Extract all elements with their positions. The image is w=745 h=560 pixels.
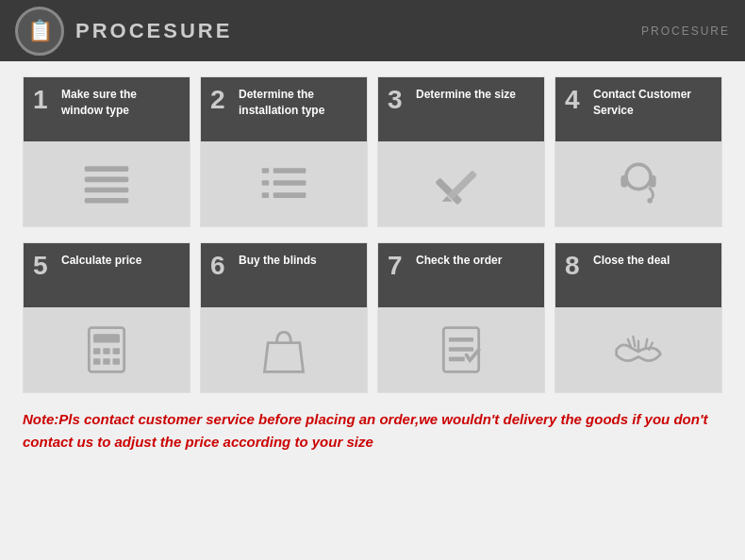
step-number-3: 3 xyxy=(388,87,408,113)
svg-rect-0 xyxy=(85,166,129,172)
step-icon-area-7 xyxy=(378,307,544,392)
steps-row-1: 1 Make sure the window type 2 Determine … xyxy=(23,76,722,227)
step-header-8: 8 Close the deal xyxy=(555,243,721,307)
svg-rect-14 xyxy=(621,175,627,188)
step-icon-area-1 xyxy=(24,141,190,226)
svg-rect-19 xyxy=(93,348,100,354)
step-header-6: 6 Buy the blinds xyxy=(201,243,367,307)
step-header-1: 1 Make sure the window type xyxy=(24,77,190,141)
step-header-7: 7 Check the order xyxy=(378,243,544,307)
svg-rect-1 xyxy=(85,177,129,183)
svg-rect-6 xyxy=(262,180,269,186)
step-icon-area-3 xyxy=(378,141,544,226)
steps-row-2: 5 Calculate price 6 Buy th xyxy=(23,242,722,393)
step-card-2: 2 Determine the installation type xyxy=(200,76,368,227)
svg-rect-24 xyxy=(113,358,120,365)
svg-rect-12 xyxy=(447,170,477,200)
svg-rect-20 xyxy=(103,348,109,354)
svg-rect-7 xyxy=(273,180,306,186)
logo-circle: 📋 xyxy=(15,7,64,56)
handshake-icon xyxy=(612,323,665,376)
step-title-8: Close the deal xyxy=(593,253,670,269)
step-number-7: 7 xyxy=(388,253,408,279)
step-number-8: 8 xyxy=(565,253,586,279)
svg-rect-28 xyxy=(449,356,465,361)
svg-rect-23 xyxy=(103,358,109,365)
svg-rect-26 xyxy=(449,338,473,342)
step-number-4: 4 xyxy=(565,87,586,113)
step-header-2: 2 Determine the installation type xyxy=(201,77,367,141)
step-card-1: 1 Make sure the window type xyxy=(23,76,190,227)
list2-icon xyxy=(257,157,310,210)
step-card-6: 6 Buy the blinds xyxy=(200,242,368,393)
step-title-5: Calculate price xyxy=(61,253,141,269)
step-title-1: Make sure the window type xyxy=(61,87,180,119)
step-card-8: 8 Close the deal xyxy=(555,242,722,393)
headset-icon xyxy=(612,157,665,210)
header-title: PROCESURE xyxy=(75,19,232,43)
step-icon-area-8 xyxy=(555,307,721,392)
step-icon-area-5 xyxy=(24,307,190,392)
header-watermark: PROCESURE xyxy=(641,25,730,38)
step-icon-area-2 xyxy=(201,141,367,226)
step-number-5: 5 xyxy=(33,253,54,279)
tools-icon xyxy=(435,157,488,210)
step-title-6: Buy the blinds xyxy=(239,253,317,269)
step-card-5: 5 Calculate price xyxy=(23,242,190,393)
calculator-icon xyxy=(80,323,133,376)
svg-rect-2 xyxy=(85,188,129,193)
step-header-3: 3 Determine the size xyxy=(378,77,544,141)
svg-rect-15 xyxy=(649,175,655,188)
list-icon xyxy=(80,157,133,210)
header: 📋 PROCESURE PROCESURE xyxy=(0,0,745,61)
step-header-4: 4 Contact Customer Service xyxy=(555,77,721,141)
checklist-icon xyxy=(435,323,488,376)
svg-rect-22 xyxy=(93,358,100,365)
step-title-3: Determine the size xyxy=(416,87,516,103)
step-card-4: 4 Contact Customer Service xyxy=(555,76,722,227)
svg-rect-27 xyxy=(449,347,473,352)
svg-point-16 xyxy=(647,198,653,204)
step-title-2: Determine the installation type xyxy=(239,87,357,119)
svg-rect-9 xyxy=(273,192,306,198)
svg-rect-18 xyxy=(93,334,120,342)
svg-rect-21 xyxy=(113,348,120,354)
bag-icon xyxy=(257,323,310,376)
step-icon-area-4 xyxy=(555,141,721,226)
step-icon-area-6 xyxy=(201,307,367,392)
main-content: 1 Make sure the window type 2 Determine … xyxy=(0,61,745,463)
svg-rect-5 xyxy=(273,168,306,173)
step-number-1: 1 xyxy=(33,87,54,113)
logo-icon: 📋 xyxy=(27,19,53,43)
note-text: Note:Pls contact customer service before… xyxy=(23,408,722,453)
step-card-3: 3 Determine the size xyxy=(377,76,545,227)
step-number-6: 6 xyxy=(210,253,231,279)
step-number-2: 2 xyxy=(210,87,231,113)
svg-rect-4 xyxy=(262,168,269,173)
step-card-7: 7 Check the order xyxy=(377,242,545,393)
step-title-4: Contact Customer Service xyxy=(593,87,712,119)
svg-point-13 xyxy=(626,164,651,189)
svg-rect-8 xyxy=(262,192,269,198)
svg-rect-3 xyxy=(85,198,129,204)
step-header-5: 5 Calculate price xyxy=(24,243,190,307)
step-title-7: Check the order xyxy=(416,253,502,269)
